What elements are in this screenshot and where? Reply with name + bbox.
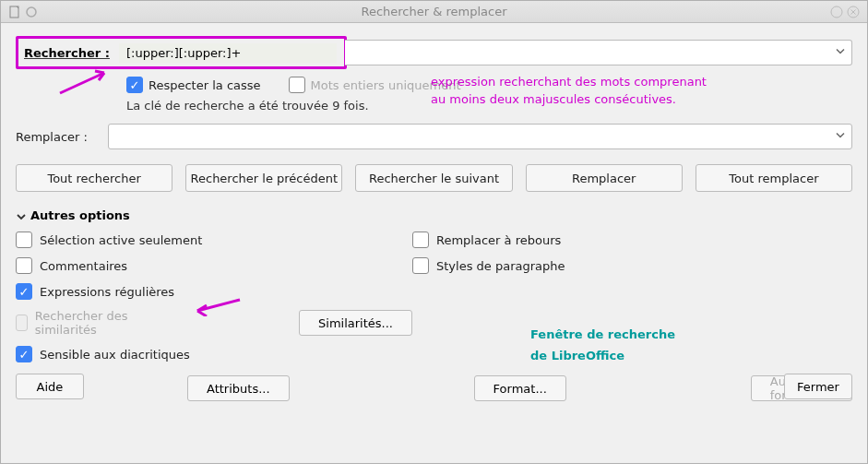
diacritics-label: Sensible aux diacritiques <box>40 348 190 362</box>
doc-icon <box>8 6 21 18</box>
replace-all-button[interactable]: Tout remplacer <box>696 164 852 192</box>
annotation-teal: Fenêtre de recherche de LibreOffice <box>530 322 675 365</box>
similarities-button[interactable]: Similarités... <box>299 310 412 336</box>
backwards-checkbox[interactable] <box>412 232 429 248</box>
search-row: Rechercher : [:upper:][:upper:]+ <box>16 34 852 71</box>
annotation-magenta: expression recherchant des mots comprena… <box>431 73 707 108</box>
find-next-button[interactable]: Rechercher le suivant <box>355 164 512 192</box>
match-case-label: Respecter la casse <box>149 78 261 92</box>
backwards-label: Remplacer à rebours <box>436 233 561 247</box>
svg-point-1 <box>27 7 36 17</box>
svg-point-2 <box>831 6 842 18</box>
window-title: Rechercher & remplacer <box>38 5 830 18</box>
dialog-window: Rechercher & remplacer Rechercher : [:up… <box>0 0 868 464</box>
replace-button[interactable]: Remplacer <box>526 164 683 192</box>
similarities-label: Rechercher des similarités <box>35 309 142 337</box>
comments-checkbox[interactable] <box>16 257 32 274</box>
annotation-arrow-1 <box>58 65 117 97</box>
chevron-down-icon <box>835 130 846 144</box>
para-styles-checkbox[interactable] <box>412 257 429 274</box>
close-button[interactable]: Fermer <box>784 374 852 399</box>
other-options-title: Autres options <box>30 208 130 222</box>
other-options-header[interactable]: Autres options <box>16 208 852 222</box>
whole-words-checkbox[interactable] <box>289 77 305 93</box>
help-button[interactable]: Aide <box>16 374 84 399</box>
options-grid: Sélection active seulement Commentaires … <box>16 232 852 362</box>
circle-icon <box>25 6 38 18</box>
highlight-search-box: Rechercher : [:upper:][:upper:]+ <box>16 36 347 69</box>
annotation-arrow-2 <box>192 296 242 316</box>
minimize-icon[interactable] <box>830 6 843 18</box>
match-case-checkbox[interactable] <box>126 77 143 93</box>
selection-only-checkbox[interactable] <box>16 232 32 248</box>
svg-rect-0 <box>10 6 18 18</box>
selection-only-label: Sélection active seulement <box>40 233 202 247</box>
diacritics-checkbox[interactable] <box>16 346 32 362</box>
para-styles-label: Styles de paragraphe <box>436 259 565 273</box>
find-prev-button[interactable]: Rechercher le précédent <box>185 164 342 192</box>
replace-label: Remplacer : <box>16 130 101 144</box>
chevron-down-icon <box>835 46 846 60</box>
replace-combo[interactable] <box>108 124 852 149</box>
chevron-down-icon <box>16 211 25 220</box>
search-combo[interactable] <box>345 40 852 65</box>
search-label: Rechercher : <box>24 46 110 60</box>
comments-label: Commentaires <box>40 259 127 273</box>
find-all-button[interactable]: Tout rechercher <box>16 164 172 192</box>
regex-label: Expressions régulières <box>40 285 174 299</box>
dialog-footer: Aide Fermer <box>16 374 852 399</box>
similarities-checkbox <box>16 315 28 331</box>
close-icon[interactable] <box>847 6 860 18</box>
action-button-row: Tout rechercher Rechercher le précédent … <box>16 164 852 192</box>
search-value-display: [:upper:][:upper:]+ <box>119 43 337 63</box>
regex-checkbox[interactable] <box>16 283 32 300</box>
titlebar: Rechercher & remplacer <box>1 1 867 23</box>
